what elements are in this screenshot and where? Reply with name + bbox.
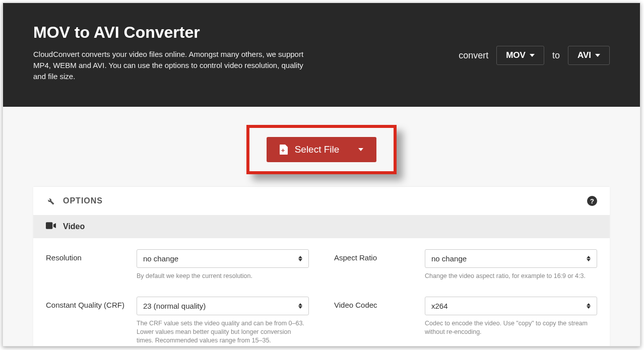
- page-description: CloudConvert converts your video files o…: [33, 49, 315, 82]
- hero-header: MOV to AVI Converter CloudConvert conver…: [3, 3, 640, 107]
- video-camera-icon: [46, 222, 56, 231]
- crf-hint: The CRF value sets the video quality and…: [137, 319, 309, 345]
- codec-select[interactable]: x264: [425, 297, 597, 315]
- aspect-ratio-select[interactable]: no change: [425, 249, 597, 268]
- chevron-down-icon: [595, 54, 600, 57]
- select-file-button[interactable]: Select File: [267, 137, 377, 162]
- from-format-value: MOV: [506, 50, 526, 60]
- to-label: to: [552, 50, 560, 61]
- crf-label: Constant Quality (CRF): [46, 297, 132, 309]
- updown-icon: [298, 303, 302, 309]
- crf-value: 23 (normal quality): [143, 302, 206, 310]
- codec-field: Video Codec x264 Codec to encode the vid…: [334, 297, 597, 345]
- select-file-row: Select File: [3, 107, 640, 186]
- resolution-hint: By default we keep the current resolutio…: [137, 272, 309, 281]
- aspect-ratio-field: Aspect Ratio no change Change the video …: [334, 249, 597, 281]
- resolution-field: Resolution no change By default we keep …: [46, 249, 309, 281]
- updown-icon: [587, 303, 591, 309]
- codec-value: x264: [431, 302, 448, 310]
- crf-select[interactable]: 23 (normal quality): [137, 297, 309, 315]
- resolution-label: Resolution: [46, 249, 132, 262]
- video-section-title: Video: [63, 222, 85, 231]
- help-icon[interactable]: ?: [587, 196, 597, 206]
- to-format-dropdown[interactable]: AVI: [568, 46, 610, 65]
- options-panel-header: OPTIONS ?: [33, 187, 610, 215]
- video-section-header: Video: [33, 215, 610, 238]
- select-file-label: Select File: [295, 144, 340, 155]
- from-format-dropdown[interactable]: MOV: [496, 46, 544, 65]
- hero-text: MOV to AVI Converter CloudConvert conver…: [33, 23, 315, 82]
- aspect-ratio-value: no change: [431, 254, 467, 263]
- updown-icon: [587, 256, 591, 261]
- codec-hint: Codec to encode the video. Use "copy" to…: [425, 319, 597, 336]
- resolution-value: no change: [143, 254, 178, 263]
- options-title: OPTIONS: [63, 196, 103, 205]
- page-title: MOV to AVI Converter: [33, 23, 315, 42]
- options-fields: Resolution no change By default we keep …: [33, 238, 610, 346]
- chevron-down-icon: [530, 54, 535, 57]
- highlight-annotation: Select File: [246, 125, 397, 174]
- to-format-value: AVI: [577, 50, 591, 60]
- updown-icon: [298, 256, 302, 261]
- wrench-icon: [46, 196, 55, 205]
- aspect-ratio-hint: Change the video aspect ratio, for examp…: [425, 272, 597, 281]
- codec-label: Video Codec: [334, 297, 420, 309]
- format-selector-row: convert MOV to AVI: [459, 46, 610, 65]
- convert-label: convert: [459, 50, 488, 61]
- options-panel: OPTIONS ? Video Resolution no change By …: [33, 186, 610, 346]
- file-add-icon: [280, 145, 288, 155]
- crf-field: Constant Quality (CRF) 23 (normal qualit…: [46, 297, 309, 345]
- chevron-down-icon: [358, 148, 363, 151]
- resolution-select[interactable]: no change: [137, 249, 309, 268]
- aspect-ratio-label: Aspect Ratio: [334, 249, 420, 262]
